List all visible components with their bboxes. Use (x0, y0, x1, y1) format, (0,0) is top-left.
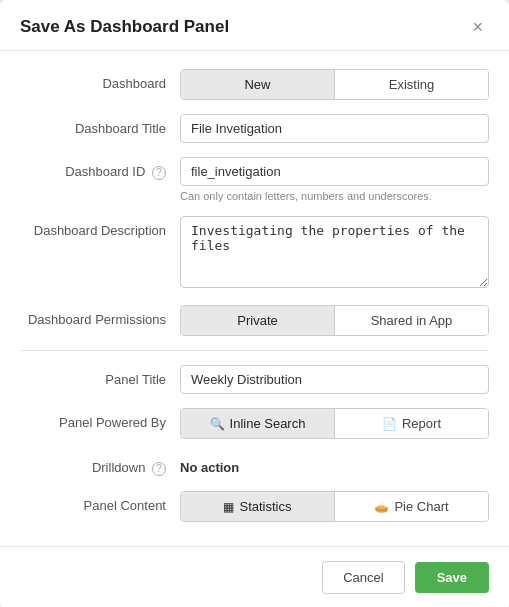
dashboard-new-button[interactable]: New (181, 70, 335, 99)
dashboard-permissions-label: Dashboard Permissions (20, 305, 180, 329)
dashboard-title-wrap (180, 114, 489, 143)
panel-content-toggle-group: ▦Statistics 🥧Pie Chart (180, 491, 489, 522)
dashboard-id-help-icon[interactable]: ? (152, 166, 166, 180)
panel-title-input[interactable] (180, 365, 489, 394)
drilldown-value: No action (180, 453, 489, 475)
dashboard-description-input[interactable]: Investigating the properties of the file… (180, 216, 489, 288)
modal-body: Dashboard New Existing Dashboard Title D… (0, 51, 509, 546)
dashboard-title-label: Dashboard Title (20, 114, 180, 138)
dashboard-permissions-wrap: Private Shared in App (180, 305, 489, 336)
modal-footer: Cancel Save (0, 546, 509, 607)
permissions-toggle-group: Private Shared in App (180, 305, 489, 336)
cancel-button[interactable]: Cancel (322, 561, 404, 594)
panel-title-row: Panel Title (20, 365, 489, 394)
powered-by-inline-search-button[interactable]: 🔍Inline Search (181, 409, 335, 438)
dashboard-id-wrap: Can only contain letters, numbers and un… (180, 157, 489, 202)
drilldown-label: Drilldown ? (20, 453, 180, 477)
panel-content-label: Panel Content (20, 491, 180, 515)
panel-powered-by-wrap: 🔍Inline Search 📄Report (180, 408, 489, 439)
statistics-icon: ▦ (223, 500, 234, 514)
dashboard-description-wrap: Investigating the properties of the file… (180, 216, 489, 291)
close-button[interactable]: × (466, 16, 489, 38)
panel-content-wrap: ▦Statistics 🥧Pie Chart (180, 491, 489, 522)
panel-title-label: Panel Title (20, 365, 180, 389)
dashboard-id-hint: Can only contain letters, numbers and un… (180, 190, 489, 202)
search-icon: 🔍 (210, 417, 225, 431)
panel-title-wrap (180, 365, 489, 394)
panel-content-statistics-button[interactable]: ▦Statistics (181, 492, 335, 521)
dashboard-toggle-wrap: New Existing (180, 69, 489, 100)
save-button[interactable]: Save (415, 562, 489, 593)
modal-header: Save As Dashboard Panel × (0, 0, 509, 51)
drilldown-help-icon[interactable]: ? (152, 462, 166, 476)
dashboard-description-label: Dashboard Description (20, 216, 180, 240)
save-as-dashboard-panel-modal: Save As Dashboard Panel × Dashboard New … (0, 0, 509, 607)
dashboard-title-row: Dashboard Title (20, 114, 489, 143)
panel-powered-by-label: Panel Powered By (20, 408, 180, 432)
section-divider (20, 350, 489, 351)
drilldown-value-wrap: No action (180, 453, 489, 475)
drilldown-row: Drilldown ? No action (20, 453, 489, 477)
permissions-private-button[interactable]: Private (181, 306, 335, 335)
dashboard-row: Dashboard New Existing (20, 69, 489, 100)
dashboard-id-row: Dashboard ID ? Can only contain letters,… (20, 157, 489, 202)
dashboard-id-input[interactable] (180, 157, 489, 186)
permissions-shared-button[interactable]: Shared in App (335, 306, 488, 335)
report-icon: 📄 (382, 417, 397, 431)
powered-by-toggle-group: 🔍Inline Search 📄Report (180, 408, 489, 439)
dashboard-title-input[interactable] (180, 114, 489, 143)
panel-powered-by-row: Panel Powered By 🔍Inline Search 📄Report (20, 408, 489, 439)
pie-chart-icon: 🥧 (374, 500, 389, 514)
panel-content-row: Panel Content ▦Statistics 🥧Pie Chart (20, 491, 489, 522)
dashboard-id-label: Dashboard ID ? (20, 157, 180, 181)
dashboard-label: Dashboard (20, 69, 180, 93)
dashboard-permissions-row: Dashboard Permissions Private Shared in … (20, 305, 489, 336)
dashboard-description-row: Dashboard Description Investigating the … (20, 216, 489, 291)
panel-content-pie-chart-button[interactable]: 🥧Pie Chart (335, 492, 488, 521)
dashboard-toggle-group: New Existing (180, 69, 489, 100)
dashboard-existing-button[interactable]: Existing (335, 70, 488, 99)
modal-title: Save As Dashboard Panel (20, 17, 229, 37)
powered-by-report-button[interactable]: 📄Report (335, 409, 488, 438)
